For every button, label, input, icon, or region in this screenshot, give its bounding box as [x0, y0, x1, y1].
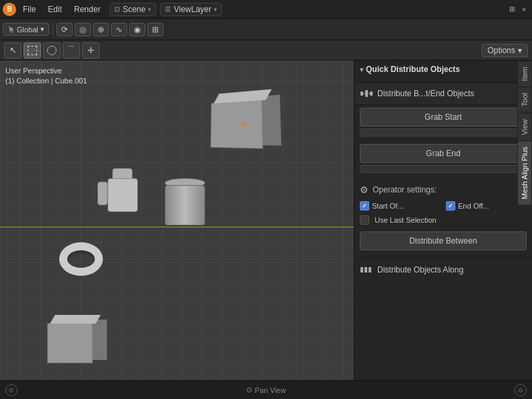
select-box-button[interactable] [24, 42, 41, 59]
tab-view[interactable]: View [517, 113, 532, 141]
close-window-button[interactable]: × [519, 4, 529, 15]
panel-title: Quick Distribute Objects [366, 65, 460, 74]
start-offset-label: Start Of... [372, 202, 404, 210]
scene-objects [0, 61, 354, 380]
circle-select-icon [47, 46, 56, 55]
magnet-icon: ⊕ [98, 25, 104, 34]
end-offset-item: ✓ End Off... [446, 201, 527, 211]
snap-button[interactable]: ⊕ [93, 23, 109, 36]
global-dropdown-icon: ▾ [40, 25, 44, 34]
app-icon: B [3, 3, 16, 16]
distribute-between-section: Distribute Between [360, 227, 527, 254]
mode-bar-right: Options ▾ [482, 44, 528, 57]
grab-start-button[interactable]: Grab Start [360, 108, 527, 126]
viewport-shading-button[interactable]: ◉ [129, 23, 145, 36]
main-toolbar: 🖱 Global ▾ ⟳ ◎ ⊕ ∿ ◉ ⊞ [0, 19, 532, 40]
use-last-selection-label: Use Last Selection [375, 216, 436, 224]
torus-ring [59, 242, 103, 276]
cursor-icon: ↖ [9, 45, 17, 55]
collapse-icon[interactable]: ▾ [360, 66, 363, 73]
tab-mesh-align-plus[interactable]: Mesh Align Plus [517, 141, 532, 205]
proportional-button[interactable]: ◎ [75, 23, 91, 36]
menu-edit[interactable]: Edit [42, 3, 67, 15]
robot-body [108, 178, 138, 212]
move-icon: ✛ [87, 46, 94, 55]
overlay-button[interactable]: ⊞ [147, 23, 163, 36]
options-label: Options [488, 46, 515, 55]
distribute-along-icon [360, 264, 373, 275]
svg-rect-0 [360, 92, 363, 96]
title-menu: File Edit Render [17, 3, 106, 15]
use-last-selection-checkbox[interactable] [360, 215, 369, 225]
distribute-along-section: Distribute Objects Along [354, 257, 532, 282]
check-mark: ✓ [362, 203, 367, 209]
torus-object[interactable] [59, 242, 106, 279]
select-lasso-button[interactable]: ⌒ [63, 42, 80, 59]
view-options-button[interactable]: ∿ [111, 23, 127, 36]
grab-end-section: Grab End [354, 141, 532, 178]
distribute-along-header: Distribute Objects Along [360, 260, 527, 279]
grab-start-section: Grab Start [354, 105, 532, 141]
robot-object[interactable] [94, 168, 155, 222]
cylinder-body [165, 185, 205, 225]
scene-selector[interactable]: ⊡ Scene ▾ [110, 3, 156, 16]
grab-end-secondary[interactable] [360, 165, 527, 173]
check-mark-2: ✓ [448, 203, 453, 209]
grab-end-button[interactable]: Grab End [360, 144, 527, 163]
overlay-icon: ⊞ [152, 25, 159, 34]
panel-header-section: ▾ Quick Distribute Objects ⠿ [354, 61, 532, 83]
start-offset-checkbox[interactable]: ✓ [360, 201, 369, 211]
select-cursor-button[interactable]: ↖ [4, 42, 22, 59]
toolbar-separator-1 [52, 23, 53, 36]
window-controls: ⊞ × [506, 4, 529, 15]
distribute-label: Distribute B...t/End Objects [377, 89, 474, 98]
menu-file[interactable]: File [17, 3, 41, 15]
cube-small-object[interactable] [47, 323, 93, 363]
pan-view-label: Pan View [255, 386, 286, 394]
cube-top-object[interactable] [211, 100, 264, 149]
title-bar: B File Edit Render ⊡ Scene ▾ ☰ ViewLayer… [0, 0, 532, 19]
lasso-select-icon: ⌒ [67, 44, 75, 56]
viewlayer-label: ViewLayer [174, 5, 211, 14]
transform-move-button[interactable]: ✛ [82, 42, 100, 59]
main-area: User Perspective (1) Collection | Cube.0… [0, 61, 532, 380]
robot-arm [98, 182, 108, 205]
global-label: Global [17, 26, 38, 34]
status-bar: ⊙ ⊙ Pan View ⊙ [0, 380, 532, 399]
options-button[interactable]: Options ▾ [482, 44, 528, 57]
cursor-icon: 🖱 [7, 26, 15, 34]
distribute-between-button[interactable]: Distribute Between [360, 231, 527, 250]
distribute-icon [360, 87, 373, 100]
operator-settings-section: ⚙ Operator settings: ✓ Start Of... ✓ End… [354, 178, 532, 257]
svg-rect-5 [360, 267, 363, 273]
svg-rect-2 [370, 92, 373, 96]
operator-settings-label: Operator settings: [373, 185, 436, 194]
options-dropdown-icon: ▾ [518, 46, 522, 55]
select-circle-button[interactable] [43, 42, 61, 59]
viewlayer-selector[interactable]: ☰ ViewLayer ▾ [160, 3, 222, 16]
shading-icon: ◉ [134, 25, 141, 34]
copy-window-button[interactable]: ⊞ [506, 4, 517, 15]
end-offset-label: End Off... [458, 202, 489, 210]
side-tabs-container: Item Tool View Mesh Align Plus [517, 61, 532, 206]
scene-label: Scene [122, 5, 145, 14]
menu-render[interactable]: Render [69, 3, 106, 15]
status-right-icon: ⊙ [515, 384, 527, 396]
tab-item[interactable]: Item [517, 61, 532, 87]
tab-tool[interactable]: Tool [517, 87, 532, 112]
end-offset-checkbox[interactable]: ✓ [446, 201, 455, 211]
select-mode-button[interactable]: 🖱 Global ▾ [3, 23, 49, 36]
transform-button[interactable]: ⟳ [56, 23, 73, 36]
panel-header: ▾ Quick Distribute Objects ⠿ [360, 65, 527, 74]
status-left-icon: ⊙ [5, 384, 17, 396]
distribute-header: Distribute B...t/End Objects [354, 83, 532, 105]
viewport-3d[interactable]: User Perspective (1) Collection | Cube.0… [0, 61, 354, 380]
grab-start-secondary[interactable] [360, 129, 527, 137]
wave-icon: ∿ [116, 25, 122, 34]
operator-settings-row: ⚙ Operator settings: [360, 180, 527, 199]
gear-icon: ⚙ [360, 184, 369, 195]
right-panel: ▾ Quick Distribute Objects ⠿ Distribute … [354, 61, 532, 380]
transform-icon: ⟳ [61, 25, 68, 34]
status-center: ⊙ Pan View [23, 386, 509, 394]
cylinder-object[interactable] [165, 178, 205, 225]
